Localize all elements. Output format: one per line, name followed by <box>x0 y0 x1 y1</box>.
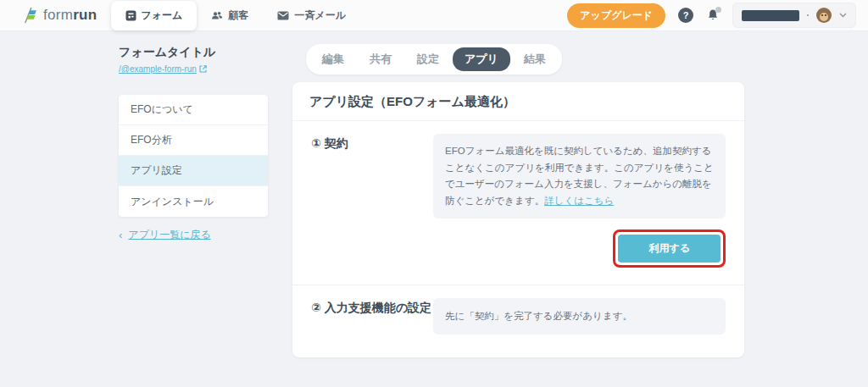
annotation-highlight-box: 利用する <box>613 229 726 268</box>
notifications-bell[interactable] <box>706 8 720 22</box>
form-icon <box>125 10 136 21</box>
username-redacted <box>742 10 799 21</box>
external-link-icon <box>199 65 207 73</box>
nav-tab-label: フォーム <box>142 8 183 23</box>
tab-share[interactable]: 共有 <box>358 47 403 71</box>
back-to-app-list-link[interactable]: ‹ アプリ一覧に戻る <box>119 228 211 242</box>
nav-tab-customers[interactable]: 顧客 <box>197 0 263 30</box>
app-settings-menu: EFOについて EFO分析 アプリ設定 アンインストール <box>119 95 268 217</box>
learn-more-link[interactable]: 詳しくはこちら <box>544 196 614 206</box>
tab-apps[interactable]: アプリ <box>453 47 510 71</box>
sidebar: フォームタイトル /@example-form-run EFOについて EFO分… <box>119 45 268 242</box>
contract-section-body: EFOフォーム最適化を既に契約しているため、追加契約することなくこのアプリを利用… <box>433 134 726 268</box>
nav-tab-label: 一斉メール <box>294 8 346 23</box>
separator-dot <box>807 14 809 16</box>
contract-button-row: 利用する <box>433 229 726 268</box>
form-page-tabs: 編集 共有 設定 アプリ 結果 <box>306 44 562 75</box>
use-app-button[interactable]: 利用する <box>618 235 721 263</box>
nav-tab-bulkmail[interactable]: 一斉メール <box>263 0 360 30</box>
form-url-link[interactable]: /@example-form-run <box>119 64 207 74</box>
top-navbar: formrun フォーム 顧 <box>0 0 868 31</box>
input-assist-section-label: ② 入力支援機能の設定 <box>311 298 433 334</box>
monkey-avatar <box>816 8 832 23</box>
sidebar-item-uninstall[interactable]: アンインストール <box>119 186 268 217</box>
prerequisite-note: 先に「契約」を完了する必要があります。 <box>433 298 726 334</box>
main-nav-tabs: フォーム 顧客 一斉メール <box>111 0 360 30</box>
navbar-right: アップグレード ? <box>567 3 856 28</box>
notification-dot <box>715 7 721 13</box>
contract-section-label: ① 契約 <box>311 134 433 268</box>
nav-tab-label: 顧客 <box>228 8 248 23</box>
formrun-logo-text: formrun <box>43 7 97 24</box>
form-title: フォームタイトル <box>119 45 268 60</box>
help-icon[interactable]: ? <box>678 8 693 23</box>
contract-section: ① 契約 EFOフォーム最適化を既に契約しているため、追加契約することなくこのア… <box>292 121 744 268</box>
sidebar-item-app-settings[interactable]: アプリ設定 <box>119 156 268 186</box>
chevron-down-icon <box>839 13 847 18</box>
tab-settings[interactable]: 設定 <box>405 47 451 71</box>
input-assist-section-body: 先に「契約」を完了する必要があります。 <box>433 298 726 334</box>
tab-edit[interactable]: 編集 <box>310 47 356 71</box>
app-settings-panel: アプリ設定（EFOフォーム最適化） ① 契約 EFOフォーム最適化を既に契約して… <box>292 82 744 357</box>
users-icon <box>211 10 223 21</box>
formrun-logo[interactable]: formrun <box>20 6 97 25</box>
mail-icon <box>277 11 289 20</box>
sidebar-item-efo-analysis[interactable]: EFO分析 <box>119 125 268 156</box>
nav-tab-forms[interactable]: フォーム <box>111 1 198 30</box>
chevron-left-icon: ‹ <box>119 229 122 241</box>
upgrade-button[interactable]: アップグレード <box>567 3 665 28</box>
sidebar-item-efo-about[interactable]: EFOについて <box>119 95 268 125</box>
formrun-logo-icon <box>20 6 38 25</box>
input-assist-section: ② 入力支援機能の設定 先に「契約」を完了する必要があります。 <box>292 285 744 357</box>
contract-description: EFOフォーム最適化を既に契約しているため、追加契約することなくこのアプリを利用… <box>433 134 726 218</box>
user-menu[interactable] <box>732 3 856 28</box>
page-title: アプリ設定（EFOフォーム最適化） <box>292 82 744 121</box>
tab-results[interactable]: 結果 <box>512 47 558 71</box>
